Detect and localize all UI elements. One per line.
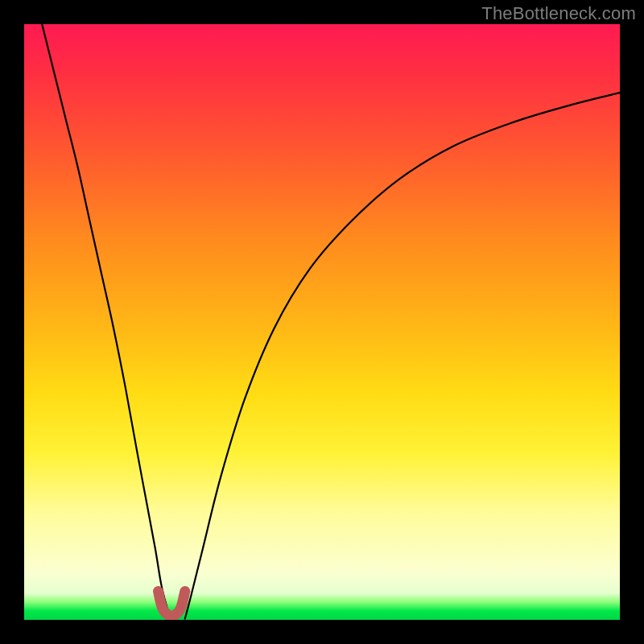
chart-frame: TheBottleneck.com (0, 0, 644, 644)
series-left-branch (42, 24, 170, 619)
chart-canvas (24, 24, 620, 620)
series-trough-marker (159, 591, 185, 616)
plot-area (24, 24, 620, 620)
right-branch-line (185, 93, 620, 618)
trough-marker-line (159, 591, 185, 616)
series-right-branch (185, 93, 620, 618)
attribution-text: TheBottleneck.com (481, 3, 636, 24)
left-branch-line (42, 24, 170, 619)
